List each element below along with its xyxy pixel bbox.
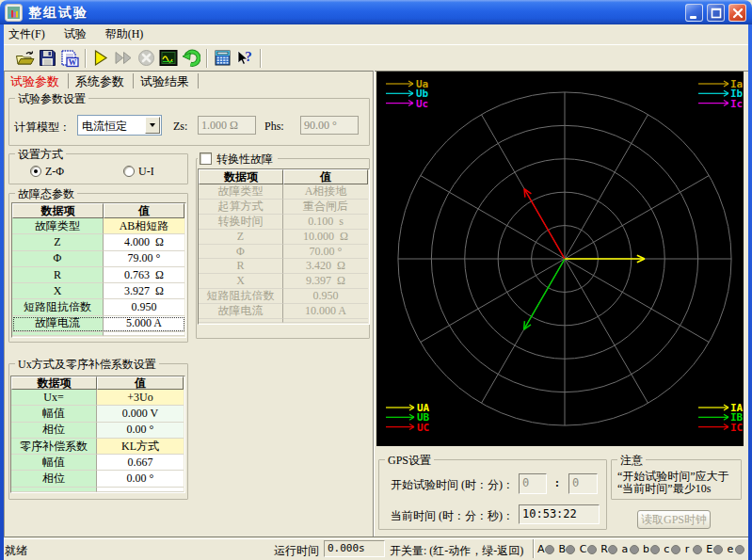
table-header-cell: 数据项 — [199, 169, 283, 184]
table-value-cell[interactable]: 4.000 Ω — [104, 234, 184, 250]
runtime-value-box: 0.000s — [324, 540, 385, 557]
table-header: 数据项值 — [199, 169, 369, 184]
table-label-cell: 零序补偿系数 — [11, 439, 97, 455]
fault-param-group-title: 故障态参数 — [15, 186, 77, 202]
gps-now-field[interactable]: 10:53:22 — [519, 504, 600, 524]
table-label-cell: 幅值 — [11, 455, 97, 471]
calculator-button[interactable] — [211, 47, 233, 70]
table-label-cell: 故障类型 — [12, 218, 104, 234]
waveform-view-button[interactable] — [157, 47, 180, 70]
menu-item-0[interactable]: 文件(F) — [4, 24, 54, 44]
start-test-button[interactable] — [89, 47, 112, 70]
table-value-cell[interactable]: 0.100 s — [283, 215, 368, 230]
gps-start-minute-field: 0 — [568, 473, 598, 494]
runtime-label: 运行时间 — [274, 543, 319, 559]
calc-model-combobox[interactable]: 电流恒定 — [77, 115, 162, 136]
switch-label: C — [580, 543, 587, 555]
toolbar-separator — [206, 49, 207, 68]
table-label-cell — [11, 488, 97, 492]
table-value-cell[interactable]: 70.00 ° — [283, 245, 368, 260]
note-group-title: 注意 — [617, 453, 646, 469]
table-header-cell: 数据项 — [12, 203, 104, 218]
table-value-cell[interactable]: 0.950 — [104, 299, 184, 315]
table-row: X9.397 Ω — [199, 274, 369, 289]
table-value-cell[interactable]: 3.420 Ω — [283, 259, 368, 274]
fast-forward-button[interactable] — [112, 47, 135, 70]
svg-text:W: W — [68, 57, 76, 67]
zs-label: Zs: — [173, 120, 187, 134]
table-value-cell[interactable]: 重合闸后 — [283, 200, 368, 215]
table-value-cell[interactable]: A相接地 — [283, 184, 368, 200]
table-row: Φ70.00 ° — [199, 245, 369, 260]
window-border-right — [748, 24, 752, 560]
close-button[interactable] — [728, 4, 746, 22]
gps-start-label: 开始试验时间 (时：分)： — [391, 477, 514, 493]
table-value-cell[interactable]: 0.00 ° — [97, 423, 184, 439]
switch-label: R — [600, 543, 608, 555]
table-value-cell[interactable]: 0.000 V — [97, 406, 184, 422]
table-label-cell: 故障电流 — [12, 316, 104, 332]
table-value-cell[interactable]: 9.397 Ω — [283, 274, 368, 289]
table-value-cell[interactable]: KL方式 — [97, 439, 184, 455]
ux-table: 数据项值Ux=+3Uo幅值0.000 V相位0.00 °零序补偿系数KL方式幅值… — [10, 376, 185, 493]
table-label-cell: 短路阻抗倍数 — [199, 289, 283, 304]
switch-label: E — [706, 543, 713, 555]
save-button[interactable] — [36, 47, 58, 70]
table-label-cell: X — [199, 274, 283, 289]
menu-item-1[interactable]: 试验 — [59, 24, 95, 44]
maximize-button[interactable] — [707, 4, 725, 22]
table-row: 故障电流10.000 A — [199, 304, 369, 319]
table-value-cell[interactable]: 10.000 Ω — [283, 230, 368, 245]
table-header: 数据项值 — [11, 376, 184, 390]
table-label-cell: 转换时间 — [199, 215, 283, 230]
tab-1[interactable]: 系统参数 — [73, 73, 134, 88]
menu-item-2[interactable]: 帮助(H) — [101, 24, 152, 44]
table-value-cell[interactable]: 0.667 — [97, 455, 184, 471]
phs-label: Phs: — [264, 120, 284, 134]
gps-start-hour-field: 0 — [519, 473, 547, 494]
table-value-cell[interactable]: 5.000 A — [104, 316, 184, 332]
word-report-button[interactable]: W — [58, 47, 81, 70]
table-row: X3.927 Ω — [12, 283, 185, 299]
tab-0[interactable]: 试验参数 — [8, 73, 69, 88]
tab-strip: 试验参数系统参数试验结果 — [8, 73, 203, 88]
tab-2[interactable]: 试验结果 — [138, 73, 199, 88]
switch-state-dot — [608, 545, 617, 554]
app-window: 整组试验 文件(F)试验帮助(H) — [0, 0, 752, 560]
convert-fault-checkbox[interactable] — [200, 152, 212, 165]
chevron-down-icon — [150, 123, 155, 127]
minimize-button[interactable] — [685, 4, 703, 22]
read-gps-clock-button[interactable]: 读取GPS时钟 — [637, 510, 711, 529]
table-value-cell — [283, 319, 368, 323]
switch-state-dot — [735, 545, 744, 554]
toolbar-separator — [85, 49, 86, 68]
fault-param-table: 数据项值故障类型AB相短路Z4.000 ΩΦ79.00 °R0.763 ΩX3.… — [11, 202, 186, 338]
table-header-cell: 值 — [104, 203, 184, 218]
table-value-cell[interactable]: +3Uo — [97, 390, 184, 406]
table-label-cell: R — [199, 259, 283, 274]
radio-dot — [34, 169, 38, 173]
table-value-cell[interactable]: 0.763 Ω — [104, 267, 184, 283]
context-help-button[interactable]: ? — [233, 47, 256, 70]
table-row: 幅值0.667 — [11, 455, 184, 471]
table-label-cell: 故障电流 — [199, 304, 283, 319]
table-value-cell — [104, 332, 184, 336]
table-label-cell: 故障类型 — [199, 184, 283, 200]
statusbar-separator — [533, 539, 534, 558]
table-value-cell[interactable]: AB相短路 — [104, 218, 184, 234]
table-value-cell[interactable]: 0.00 ° — [97, 471, 184, 487]
radio-u-i[interactable] — [123, 166, 135, 177]
table-value-cell[interactable]: 0.950 — [283, 289, 368, 304]
open-button[interactable] — [13, 47, 36, 70]
table-value-cell[interactable]: 10.000 A — [283, 304, 368, 319]
table-label-cell: 幅值 — [11, 406, 97, 422]
undo-button[interactable] — [180, 47, 202, 70]
stop-button[interactable] — [135, 47, 157, 70]
table-row: 故障类型A相接地 — [199, 184, 369, 200]
window-title: 整组试验 — [28, 5, 88, 22]
table-value-cell[interactable]: 3.927 Ω — [104, 283, 184, 299]
table-row: Z4.000 Ω — [12, 234, 185, 250]
table-value-cell[interactable]: 79.00 ° — [104, 251, 184, 267]
radio-z-phi[interactable] — [30, 166, 41, 177]
combobox-dropdown-button[interactable] — [145, 117, 160, 134]
